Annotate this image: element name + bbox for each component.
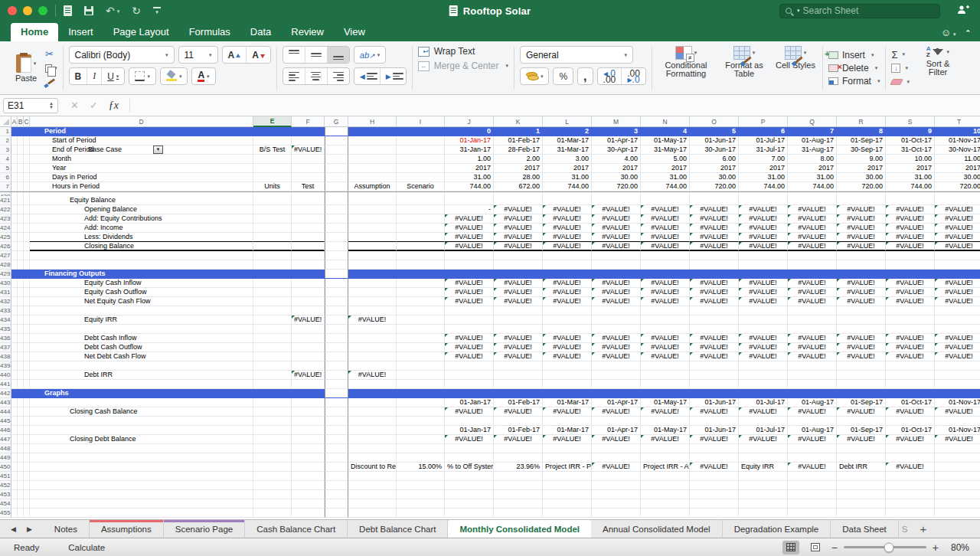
redo-icon[interactable]: ↻ (132, 5, 141, 16)
cell-P452[interactable] (739, 481, 788, 490)
cell-L430[interactable]: #VALUE! (543, 279, 592, 288)
cell-N433[interactable] (641, 306, 690, 316)
cell-F433[interactable] (292, 306, 325, 316)
cell-C448[interactable] (24, 444, 30, 453)
cell-B442[interactable] (18, 389, 24, 398)
cell-J6[interactable]: 31.00 (445, 173, 494, 182)
cell-N442[interactable] (641, 389, 690, 398)
cell-Q433[interactable] (788, 306, 837, 316)
cell-S427[interactable] (886, 251, 935, 260)
cell-G439[interactable] (325, 361, 348, 371)
name-box-stepper[interactable]: ▲▼ (49, 102, 54, 110)
fill-down-button[interactable]: ↓▾ (891, 63, 910, 74)
cell-K2[interactable]: 01-Feb-17 (494, 136, 543, 146)
cell-L455[interactable] (543, 509, 592, 518)
cell-O5[interactable]: 2017 (690, 164, 739, 173)
calculate-status[interactable]: Calculate (68, 543, 105, 552)
row-header-430[interactable]: 430 (0, 279, 11, 288)
cell-P1[interactable]: 6 (739, 127, 788, 136)
cell-R2[interactable]: 01-Sep-17 (837, 136, 886, 146)
cell-G424[interactable] (325, 224, 348, 233)
cell-A433[interactable] (11, 306, 18, 316)
cell-S426[interactable]: #VALUE! (886, 242, 935, 251)
cell-T452[interactable] (935, 481, 980, 490)
cell-T432[interactable]: #VALUE! (935, 297, 980, 306)
cell-N5[interactable]: 2017 (641, 164, 690, 173)
cell-O455[interactable] (690, 509, 739, 518)
cell-S433[interactable] (886, 306, 935, 316)
wrap-text-button[interactable]: Wrap Text (418, 46, 475, 57)
cell-P436[interactable]: #VALUE! (739, 334, 788, 343)
cell-O421[interactable] (690, 196, 739, 205)
cell-I426[interactable] (397, 242, 445, 251)
cell-G425[interactable] (325, 233, 348, 242)
cell-D445[interactable] (30, 417, 253, 426)
cell-Q449[interactable] (788, 453, 837, 463)
cell-T449[interactable] (935, 453, 980, 463)
cell-G422[interactable] (325, 205, 348, 214)
cell-H455[interactable] (348, 509, 397, 518)
cell-I449[interactable] (397, 453, 445, 463)
cell-R6[interactable]: 30.00 (837, 173, 886, 182)
column-header-j[interactable]: J (445, 116, 494, 127)
column-header-k[interactable]: K (494, 116, 543, 127)
cell-L431[interactable]: #VALUE! (543, 288, 592, 297)
cell-B440[interactable] (18, 371, 24, 380)
confirm-entry-icon[interactable]: ✓ (90, 100, 98, 111)
cell-J454[interactable] (445, 499, 494, 509)
cell-J440[interactable] (445, 371, 494, 380)
cell-G430[interactable] (325, 279, 348, 288)
cell-A428[interactable] (11, 260, 18, 270)
cell-B423[interactable] (18, 214, 24, 224)
cell-M450[interactable]: #VALUE! (592, 463, 641, 472)
cell-I423[interactable] (397, 214, 445, 224)
cell-R451[interactable] (837, 472, 886, 481)
cell-N3[interactable]: 31-May-17 (641, 146, 690, 155)
cell-G454[interactable] (325, 499, 348, 509)
cell-F444[interactable] (292, 407, 325, 417)
cell-H6[interactable] (348, 173, 397, 182)
cell-A4[interactable] (11, 155, 18, 164)
cell-L429[interactable] (543, 270, 592, 279)
insert-cells-button[interactable]: Insert▾ (828, 50, 880, 61)
sheet-tab-assumptions[interactable]: Assumptions (90, 520, 164, 538)
cell-C455[interactable] (24, 509, 30, 518)
cell-K5[interactable]: 2017 (494, 164, 543, 173)
cell-P433[interactable] (739, 306, 788, 316)
cell-E455[interactable] (253, 509, 292, 518)
cell-M431[interactable]: #VALUE! (592, 288, 641, 297)
cell-P437[interactable]: #VALUE! (739, 343, 788, 352)
cell-F423[interactable] (292, 214, 325, 224)
cell-H449[interactable] (348, 453, 397, 463)
cell-T424[interactable]: #VALUE! (935, 224, 980, 233)
cell-G1[interactable] (325, 127, 348, 136)
cell-I447[interactable] (397, 435, 445, 444)
cell-K425[interactable]: #VALUE! (494, 233, 543, 242)
cell-T5[interactable]: 2017 (935, 164, 980, 173)
cell-C450[interactable] (24, 463, 30, 472)
cell-A453[interactable] (11, 490, 18, 499)
row-header-446[interactable]: 446 (0, 426, 11, 435)
cell-K430[interactable]: #VALUE! (494, 279, 543, 288)
cell-H442[interactable] (348, 389, 397, 398)
cell-B1[interactable] (18, 127, 24, 136)
cell-F6[interactable] (292, 173, 325, 182)
row-header-450[interactable]: 450 (0, 463, 11, 472)
cell-R423[interactable]: #VALUE! (837, 214, 886, 224)
cell-A432[interactable] (11, 297, 18, 306)
cell-O433[interactable] (690, 306, 739, 316)
cell-A423[interactable] (11, 214, 18, 224)
cell-B447[interactable] (18, 435, 24, 444)
cell-L423[interactable]: #VALUE! (543, 214, 592, 224)
cell-O436[interactable]: #VALUE! (690, 334, 739, 343)
cell-R5[interactable]: 2017 (837, 164, 886, 173)
cell-J421[interactable] (445, 196, 494, 205)
cell-R429[interactable] (837, 270, 886, 279)
decrease-indent-button[interactable]: ◀ (354, 68, 381, 84)
cell-M455[interactable] (592, 509, 641, 518)
cell-M428[interactable] (592, 260, 641, 270)
cell-M454[interactable] (592, 499, 641, 509)
cell-D440[interactable]: Debt IRR (30, 371, 253, 380)
tab-review[interactable]: Review (281, 23, 334, 41)
cell-B441[interactable] (18, 380, 24, 389)
